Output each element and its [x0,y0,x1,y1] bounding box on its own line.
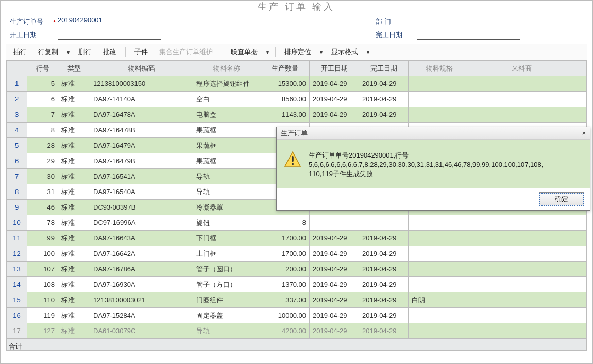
row-number[interactable]: 7 [7,169,27,184]
row-number[interactable]: 8 [7,184,27,200]
cell-name[interactable]: 果蔬框 [193,153,260,169]
cell-name[interactable]: 导轨 [193,169,260,184]
insert-row-button[interactable]: 插行 [8,46,32,58]
cell-code[interactable]: 12138100003021 [90,292,193,308]
cell-name[interactable]: 上门框 [193,246,260,262]
cell-code[interactable]: DA97-16479B [90,153,193,169]
row-number[interactable]: 12 [7,246,27,262]
cell-name[interactable]: 电脑盒 [193,107,260,123]
cell-tail[interactable] [573,76,587,92]
cell-line[interactable]: 107 [27,262,58,277]
ok-button[interactable]: 确定 [539,193,584,206]
cell-start[interactable]: 2019-04-29 [310,292,359,308]
cell-spec[interactable]: 白朗 [409,292,470,308]
col-start[interactable]: 开工日期 [310,61,359,76]
child-parts-button[interactable]: 子件 [129,46,154,58]
cell-type[interactable]: 标准 [58,169,90,184]
cell-code[interactable]: 12138100003150 [90,76,193,92]
delete-row-button[interactable]: 删行 [73,46,97,58]
row-number[interactable]: 11 [7,231,27,246]
table-row[interactable]: 37标准DA97-16478A电脑盒1143.002019-04-292019-… [7,107,587,123]
cell-tail[interactable] [573,246,587,262]
col-end[interactable]: 完工日期 [359,61,409,76]
cell-spec[interactable] [409,215,470,231]
cell-type[interactable]: 标准 [58,153,90,169]
cell-tail[interactable] [573,231,587,246]
cell-line[interactable]: 29 [27,153,58,169]
cell-line[interactable]: 99 [27,231,58,246]
end-date-input[interactable] [417,29,520,40]
cell-line[interactable]: 8 [27,123,58,138]
display-format-dropdown-icon[interactable]: ▾ [364,49,372,55]
row-number[interactable]: 4 [7,123,27,138]
cell-vendor[interactable] [470,76,573,92]
cell-code[interactable]: DA97-16478B [90,123,193,138]
cell-spec[interactable] [409,231,470,246]
cell-end[interactable]: 2019-04-29 [359,262,409,277]
cell-start[interactable]: 2019-04-29 [310,76,359,92]
cell-type[interactable]: 标准 [58,123,90,138]
cell-line[interactable]: 5 [27,76,58,92]
cell-code[interactable]: DC97-16996A [90,215,193,231]
cell-spec[interactable] [409,323,470,339]
cell-name[interactable]: 导轨 [193,323,260,339]
table-row[interactable]: 15110标准12138100003021门圈组件337.002019-04-2… [7,292,587,308]
cell-tail[interactable] [573,215,587,231]
cell-name[interactable]: 空白 [193,92,260,107]
table-row[interactable]: 14108标准DA97-16930A管子（方口）1370.002019-04-2… [7,277,587,292]
order-no-input[interactable]: 201904290001 [58,16,161,26]
cell-name[interactable]: 导轨 [193,184,260,200]
table-row[interactable]: 12100标准DA97-16642A上门框1700.002019-04-2920… [7,246,587,262]
cell-line[interactable]: 30 [27,169,58,184]
cell-end[interactable]: 2019-04-29 [359,107,409,123]
cell-vendor[interactable] [470,323,573,339]
cell-code[interactable]: DA97-14140A [90,92,193,107]
cell-spec[interactable] [409,92,470,107]
cell-code[interactable]: DA97-16541A [90,169,193,184]
cell-qty[interactable]: 8 [260,215,310,231]
cell-vendor[interactable] [470,308,573,323]
row-number[interactable]: 17 [7,323,27,339]
cell-name[interactable]: 果蔬框 [193,123,260,138]
cell-tail[interactable] [573,107,587,123]
cell-type[interactable]: 标准 [58,76,90,92]
cell-type[interactable]: 标准 [58,323,90,339]
col-vendor[interactable]: 来料商 [470,61,573,76]
cell-line[interactable]: 46 [27,200,58,215]
col-code[interactable]: 物料编码 [90,61,193,76]
cell-qty[interactable]: 15300.00 [260,76,310,92]
table-row[interactable]: 16119标准DA97-15284A固定器盖10000.002019-04-29… [7,308,587,323]
cell-name[interactable]: 冷凝器罩 [193,200,260,215]
cell-end[interactable]: 2019-04-29 [359,292,409,308]
cell-name[interactable]: 管子（圆口） [193,262,260,277]
cell-start[interactable]: 2019-04-29 [310,262,359,277]
cell-qty[interactable]: 4200.00 [260,323,310,339]
cell-start[interactable] [310,215,359,231]
cell-type[interactable]: 标准 [58,184,90,200]
cell-type[interactable]: 标准 [58,138,90,153]
row-number[interactable]: 5 [7,138,27,153]
cell-tail[interactable] [573,277,587,292]
cell-end[interactable]: 2019-04-29 [359,231,409,246]
cell-start[interactable]: 2019-04-29 [310,246,359,262]
cell-qty[interactable]: 1370.00 [260,277,310,292]
cell-end[interactable]: 2019-04-29 [359,76,409,92]
cell-name[interactable]: 固定器盖 [193,308,260,323]
cell-start[interactable]: 2019-04-29 [310,231,359,246]
cell-spec[interactable] [409,76,470,92]
cell-start[interactable]: 2019-04-29 [310,107,359,123]
cell-vendor[interactable] [470,292,573,308]
cell-code[interactable]: DA97-16930A [90,277,193,292]
dept-input[interactable] [417,16,520,26]
cell-end[interactable]: 2019-04-29 [359,323,409,339]
linked-docs-dropdown-icon[interactable]: ▾ [263,49,272,55]
cell-name[interactable]: 果蔬框 [193,138,260,153]
cell-type[interactable]: 标准 [58,107,90,123]
cell-qty[interactable]: 10000.00 [260,308,310,323]
cell-qty[interactable]: 8560.00 [260,92,310,107]
cell-end[interactable]: 2019-04-29 [359,308,409,323]
cell-name[interactable]: 下门框 [193,231,260,246]
table-row[interactable]: 1199标准DA97-16643A下门框1700.002019-04-29201… [7,231,587,246]
cell-qty[interactable]: 337.00 [260,292,310,308]
table-row[interactable]: 1078标准DC97-16996A旋钮8 [7,215,587,231]
